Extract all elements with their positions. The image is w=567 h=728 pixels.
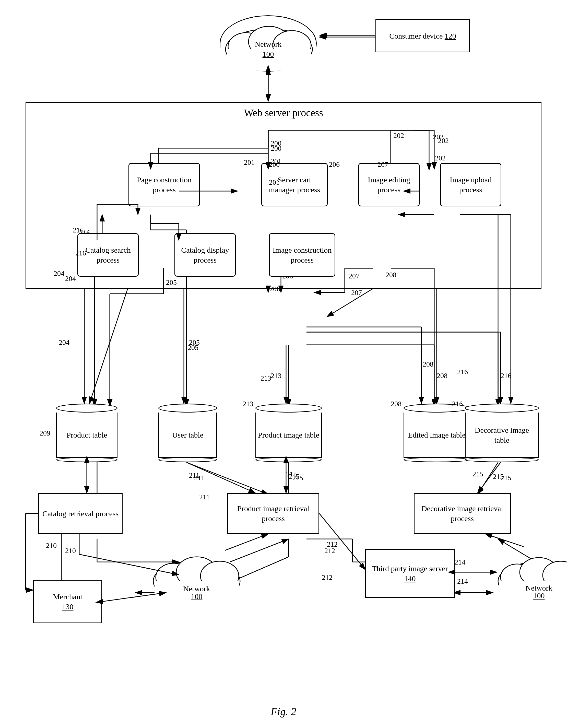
image-editing-label: Image editing process xyxy=(362,175,416,195)
svg-text:214: 214 xyxy=(455,558,465,566)
third-party-label: Third party image server xyxy=(372,563,448,573)
svg-text:210: 210 xyxy=(46,542,57,549)
label-204: 204 xyxy=(54,269,64,278)
merchant-label: Merchant xyxy=(53,592,82,602)
svg-text:213: 213 xyxy=(271,372,281,380)
page-construction-box: Page construction process xyxy=(128,163,200,206)
network-bottom-cloud: Network 100 xyxy=(493,544,567,603)
catalog-retrieval-label: Catalog retrieval process xyxy=(42,509,119,519)
third-party-ref: 140 xyxy=(404,573,416,583)
user-table-cylinder: User table xyxy=(158,404,217,462)
page-construction-label: Page construction process xyxy=(132,175,197,195)
svg-text:215: 215 xyxy=(501,474,511,482)
svg-line-50 xyxy=(186,462,268,494)
label-205: 205 xyxy=(166,278,177,287)
label-206: 206 xyxy=(329,160,340,169)
product-image-retrieval-box: Product image retrieval process xyxy=(227,493,319,534)
svg-text:208: 208 xyxy=(423,360,433,368)
catalog-display-label: Catalog display process xyxy=(178,245,232,265)
label-215a: 215 xyxy=(286,470,297,478)
product-image-table-cylinder: Product image table xyxy=(255,404,322,462)
edited-image-table-cylinder: Edited image table xyxy=(404,404,470,462)
web-server-label: Web server process xyxy=(26,107,541,119)
image-construction-label: Image construction process xyxy=(272,245,332,265)
label-208b: 208 xyxy=(391,400,401,408)
svg-text:216: 216 xyxy=(457,368,468,376)
svg-text:205: 205 xyxy=(188,344,198,351)
merchant-box: Merchant 130 xyxy=(33,580,102,623)
label-202: 202 xyxy=(435,154,446,162)
third-party-box: Third party image server 140 xyxy=(365,549,455,598)
network-top-ref: 100 xyxy=(220,49,316,59)
svg-text:207: 207 xyxy=(351,289,362,297)
consumer-device-box: Consumer device 120 xyxy=(375,19,470,52)
label-207-inner: 207 xyxy=(377,160,388,169)
label-201: 201 xyxy=(269,178,280,186)
svg-text:Network: Network xyxy=(526,584,552,592)
decorative-image-retrieval-box: Decorative image retrieval process xyxy=(414,493,511,534)
svg-text:215: 215 xyxy=(493,473,504,480)
decorative-image-table-cylinder: Decorative image table xyxy=(465,404,539,462)
diagram: 200 201 202 202 216 204 206 xyxy=(0,0,567,728)
catalog-retrieval-box: Catalog retrieval process xyxy=(38,493,123,534)
label-214: 214 xyxy=(457,577,468,585)
label-209: 209 xyxy=(40,429,50,437)
network-top-cloud: Network 100 xyxy=(220,15,317,72)
label-216b: 216 xyxy=(452,400,463,408)
network-mid-cloud: Network 100 xyxy=(148,544,245,603)
svg-line-123 xyxy=(89,289,128,404)
decorative-image-retrieval-label: Decorative image retrieval process xyxy=(417,503,507,523)
svg-text:210: 210 xyxy=(65,547,76,555)
svg-text:208: 208 xyxy=(437,372,447,380)
image-editing-box: Image editing process xyxy=(358,163,420,206)
label-216a: 216 xyxy=(75,249,86,257)
network-top-label: Network xyxy=(220,39,316,49)
edited-image-table-label: Edited image table xyxy=(408,430,466,440)
label-212: 212 xyxy=(324,547,335,555)
catalog-display-box: Catalog display process xyxy=(174,233,236,277)
svg-text:213: 213 xyxy=(261,374,271,382)
image-upload-label: Image upload process xyxy=(443,175,498,195)
svg-text:212: 212 xyxy=(322,573,333,581)
label-215b: 215 xyxy=(473,470,483,478)
svg-text:204: 204 xyxy=(59,338,69,346)
product-image-table-label: Product image table xyxy=(258,430,319,440)
merchant-ref: 130 xyxy=(62,602,74,612)
svg-text:100: 100 xyxy=(191,592,203,601)
label-200: 200 xyxy=(269,160,280,169)
svg-line-116 xyxy=(327,289,373,317)
svg-line-54 xyxy=(478,462,498,494)
label-211: 211 xyxy=(199,493,210,501)
fig-caption: Fig. 2 xyxy=(0,706,567,718)
svg-text:100: 100 xyxy=(533,591,545,600)
svg-line-151 xyxy=(319,513,365,570)
user-table-label: User table xyxy=(172,430,203,440)
svg-text:Network: Network xyxy=(183,584,210,593)
product-table-cylinder: Product table xyxy=(56,404,117,462)
web-server-box: Web server process Page construction pro… xyxy=(26,102,541,289)
label-213: 213 xyxy=(243,400,253,408)
decorative-image-table-label: Decorative image table xyxy=(467,425,537,445)
svg-text:216: 216 xyxy=(501,372,511,380)
label-208: 208 xyxy=(386,271,396,279)
consumer-device-label: Consumer device 120 xyxy=(389,31,456,41)
catalog-search-label: Catalog search process xyxy=(81,245,135,265)
catalog-search-box: Catalog search process xyxy=(77,233,139,277)
svg-text:211: 211 xyxy=(189,471,199,479)
image-upload-box: Image upload process xyxy=(440,163,501,206)
product-table-label: Product table xyxy=(66,430,107,440)
product-image-retrieval-label: Product image retrieval process xyxy=(231,503,316,523)
svg-text:205: 205 xyxy=(189,338,200,346)
svg-text:211: 211 xyxy=(194,474,205,482)
svg-line-137 xyxy=(186,462,255,493)
image-construction-box: Image construction process xyxy=(269,233,335,277)
